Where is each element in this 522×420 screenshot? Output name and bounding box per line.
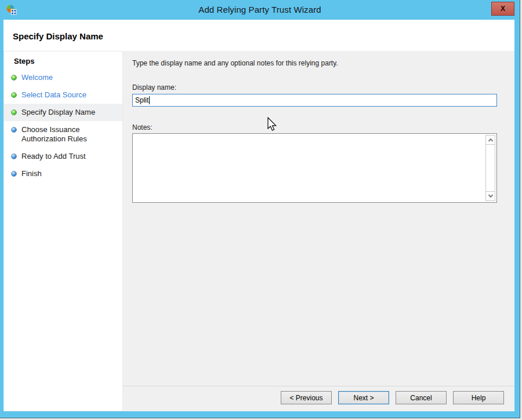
titlebar[interactable]: Add Relying Party Trust Wizard X [0, 0, 520, 20]
text-caret [149, 96, 150, 104]
step-upcoming-icon [11, 154, 17, 159]
step-specify-display-name: Specify Display Name [4, 104, 122, 121]
button-bar: < Previous Next > Cancel Help [123, 386, 514, 411]
previous-button[interactable]: < Previous [281, 391, 332, 404]
display-name-field [132, 94, 497, 107]
step-upcoming-icon [11, 171, 17, 177]
help-button[interactable]: Help [453, 391, 504, 404]
adfs-app-icon [6, 4, 17, 16]
step-label: Finish [21, 169, 104, 178]
step-ready-to-add-trust: Ready to Add Trust [4, 148, 122, 165]
step-label: Select Data Source [21, 90, 104, 100]
instruction-text: Type the display name and any optional n… [132, 59, 497, 68]
display-name-label: Display name: [132, 83, 497, 92]
notes-scrollbar[interactable] [485, 135, 495, 201]
step-label: Specify Display Name [21, 108, 104, 117]
step-completed-icon [11, 75, 17, 81]
next-button[interactable]: Next > [338, 391, 389, 404]
display-name-input[interactable] [132, 94, 497, 107]
chevron-down-icon [488, 192, 492, 197]
step-upcoming-icon [11, 127, 17, 133]
step-select-data-source[interactable]: Select Data Source [4, 86, 122, 104]
step-label: Choose Issuance Authorization Rules [21, 125, 104, 144]
close-button[interactable]: X [491, 2, 514, 16]
window-title: Add Relying Party Trust Wizard [0, 0, 520, 20]
scroll-down-button[interactable] [486, 191, 495, 200]
wizard-window: Add Relying Party Trust Wizard X Specify… [0, 0, 520, 418]
step-finish: Finish [4, 165, 122, 182]
dialog-body: Specify Display Name Steps Welcome Selec… [3, 20, 514, 411]
page-title: Specify Display Name [3, 20, 514, 41]
close-icon: X [501, 5, 505, 13]
notes-label: Notes: [132, 123, 497, 132]
main-panel: Type the display name and any optional n… [123, 51, 514, 411]
cancel-button[interactable]: Cancel [396, 391, 447, 404]
steps-sidebar: Steps Welcome Select Data Source Specify… [3, 51, 123, 411]
step-label: Welcome [21, 73, 104, 82]
form-area: Type the display name and any optional n… [123, 51, 514, 386]
step-welcome[interactable]: Welcome [4, 69, 122, 86]
page-header: Specify Display Name [3, 20, 514, 51]
step-completed-icon [11, 109, 17, 115]
notes-textarea[interactable] [133, 134, 484, 202]
scrollbar-track[interactable] [486, 145, 495, 191]
step-completed-icon [11, 92, 17, 98]
scroll-up-button[interactable] [486, 136, 495, 145]
notes-field [132, 133, 497, 203]
step-label: Ready to Add Trust [21, 152, 104, 161]
chevron-up-icon [488, 138, 492, 143]
steps-title: Steps [4, 52, 122, 65]
step-choose-issuance-authorization-rules: Choose Issuance Authorization Rules [4, 121, 122, 148]
